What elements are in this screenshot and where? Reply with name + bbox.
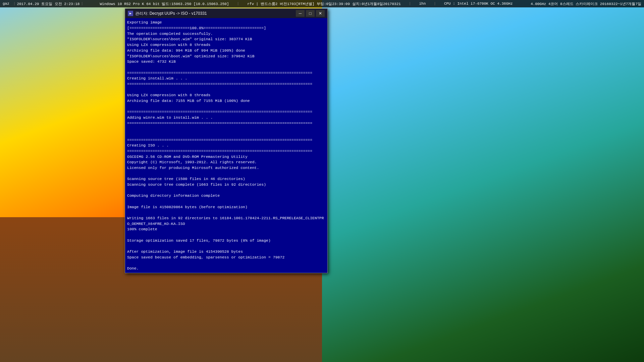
minimize-button[interactable]: ─ xyxy=(296,10,305,17)
console-title: 관리자: Decrypt UUPs -> ISO - v170331 xyxy=(135,11,296,16)
console-titlebar: ▶ 관리자: Decrypt UUPs -> ISO - v170331 ─ □… xyxy=(125,9,327,18)
taskbar-datetime: 2017.04.29 토요일 오전 2:23:18 xyxy=(17,1,79,6)
close-button[interactable]: ✕ xyxy=(316,10,325,17)
taskbar-cpu: CPU : Intel i7-6700K OC 4.36GHz xyxy=(444,2,513,6)
taskbar-mid: Windows 10 RS2 Pro K 64 bit 빌드:15063.250… xyxy=(85,1,528,6)
taskbar-top: gaz | 2017.04.29 토요일 오전 2:23:18 | Window… xyxy=(0,0,644,7)
console-body: ========================================… xyxy=(125,18,327,273)
taskbar-username: gaz xyxy=(0,2,12,6)
console-icon: ▶ xyxy=(128,11,133,16)
window-controls: ─ □ ✕ xyxy=(296,10,325,17)
console-window: ▶ 관리자: Decrypt UUPs -> ISO - v170331 ─ □… xyxy=(125,8,328,273)
maximize-button[interactable]: □ xyxy=(306,10,315,17)
taskbar-user: ihn xyxy=(419,2,426,6)
bg-right xyxy=(322,0,644,362)
console-output[interactable]: ========================================… xyxy=(125,18,327,273)
taskbar-storage: 4.00GHz 4코어 8스레드 스카이레이크 20160322~1년7개월7일 xyxy=(528,1,644,6)
taskbar-network: rfv | 밴드스룸2 버전1703[RTM년별] 부팅:0일23:39:09 … xyxy=(247,1,401,6)
taskbar-sysinfo1: Windows 10 RS2 Pro K 64 bit 빌드:15063.250… xyxy=(100,1,229,6)
